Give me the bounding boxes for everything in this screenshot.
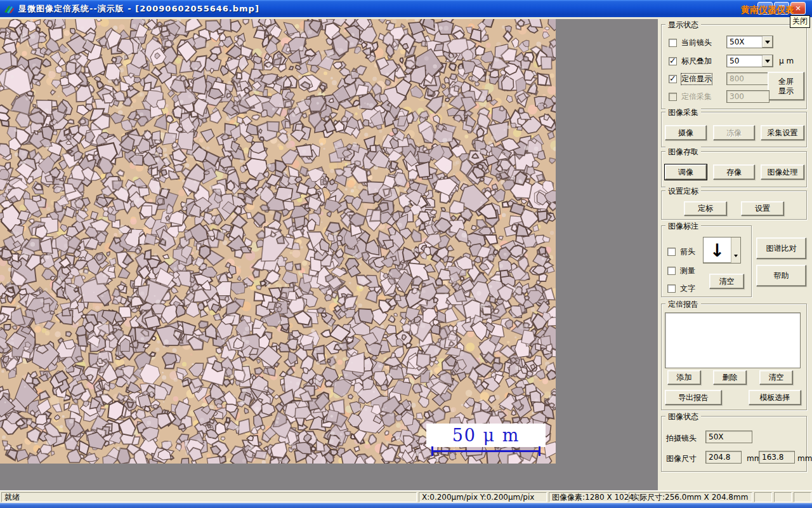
fixed-capture-label: 定倍采集 [681,91,712,102]
fixed-display-field: 800 [726,72,769,85]
help-button[interactable]: 帮助 [756,265,806,286]
minimize-button[interactable]: _ [757,2,773,15]
image-height-field: 163.8 [759,451,795,464]
dropdown-arrow-icon[interactable] [731,237,740,263]
current-lens-value: 50X [727,37,762,46]
checkbox-box [669,93,677,101]
report-clear-button[interactable]: 清空 [759,370,793,385]
fullscreen-line1: 全屏 [778,77,794,86]
scale-overlay-value: 50 [727,57,762,65]
checkbox-box[interactable] [667,267,676,275]
dropdown-arrow-icon[interactable] [762,55,773,67]
current-lens-checkbox[interactable]: 当前镜头 [669,37,712,48]
text-checkbox[interactable]: 文字 [667,283,695,294]
status-actual-size: 实际尺寸:256.0mm X 204.8mm [629,492,752,502]
scale-bar-line [431,450,540,452]
text-label: 文字 [680,283,695,294]
restore-button[interactable]: ❐ [774,2,789,15]
scale-bar-tick-right [539,446,540,456]
app-window: 显微图像定倍系统--演示版 - [20090602055646.bmp] _ ❐… [0,0,812,508]
checkbox-box[interactable]: ✓ [669,75,677,83]
taskbar-edge[interactable] [0,503,812,508]
status-empty-1 [754,492,772,502]
group-storage-title: 图像存取 [665,147,701,157]
scale-bar-label: 50 μ m [426,424,546,447]
height-unit-label: mm [797,454,812,463]
control-panel: 显示状态 当前镜头 50X ✓ 标尺叠加 50 μ m ✓ 定倍显示 800 全… [658,17,812,490]
image-process-button[interactable]: 图像处理 [761,164,804,180]
status-empty-2 [774,492,792,502]
template-select-button[interactable]: 模板选择 [749,390,801,405]
status-pixels: 图像像素:1280 X 1024 [549,492,627,502]
fixed-capture-checkbox: 定倍采集 [669,91,712,102]
group-annotation-title: 图像标注 [665,221,701,232]
scale-bar-tick-left [431,446,433,456]
image-size-label: 图像尺寸 [666,453,697,464]
micrograph-image [0,19,556,464]
calibrate-button[interactable]: 定标 [684,201,727,216]
close-button[interactable]: ✕ [790,2,806,15]
close-tooltip: 关闭 [790,15,810,28]
freeze-button: 冻像 [713,125,755,140]
measure-label: 测量 [680,265,695,276]
load-image-button[interactable]: 调像 [665,164,707,180]
status-resolution: X:0.200μm/pix Y:0.200μm/pix [419,492,547,502]
title-bar: 显微图像定倍系统--演示版 - [20090602055646.bmp] _ ❐… [0,0,812,17]
report-listbox[interactable] [665,312,801,368]
checkbox-box[interactable] [667,248,676,256]
group-image-status-title: 图像状态 [665,411,701,422]
calibration-setup-button[interactable]: 设置 [741,201,784,216]
atlas-compare-button[interactable]: 图谱比对 [756,237,806,259]
arrow-label: 箭头 [680,246,695,257]
marker-style-dropdown[interactable]: ↓ [703,237,741,264]
capture-settings-button[interactable]: 采集设置 [761,125,804,140]
window-title: 显微图像定倍系统--演示版 - [20090602055646.bmp] [18,3,259,15]
group-report-title: 定倍报告 [665,299,701,310]
group-calibration: 设置定标 [661,190,807,220]
workspace: 50 μ m [0,17,658,490]
scale-overlay-dropdown[interactable]: 50 [726,55,773,67]
checkbox-box[interactable] [669,39,677,47]
fixed-capture-field: 300 [726,90,769,103]
group-calibration-title: 设置定标 [665,186,701,197]
current-lens-label: 当前镜头 [681,37,712,48]
fixed-display-label: 定倍显示 [681,74,712,84]
checkbox-box[interactable] [667,284,676,293]
scale-overlay-checkbox[interactable]: ✓ 标尺叠加 [669,56,712,67]
fixed-display-checkbox[interactable]: ✓ 定倍显示 [669,74,712,84]
group-capture-title: 图像采集 [665,107,701,118]
lens-label: 拍摄镜头 [666,433,697,444]
lens-value-field: 50X [705,431,752,443]
down-arrow-marker-icon: ↓ [704,237,731,263]
save-image-button[interactable]: 存像 [713,164,755,180]
clear-annotation-button[interactable]: 清空 [709,274,744,289]
scale-unit-label: μ m [779,57,794,65]
report-delete-button[interactable]: 删除 [713,370,747,385]
status-ready: 就绪 [1,492,417,502]
current-lens-dropdown[interactable]: 50X [726,36,773,48]
shoot-button[interactable]: 摄像 [665,125,707,140]
fullscreen-button[interactable]: 全屏 显示 [768,72,804,100]
status-empty-3 [794,492,811,502]
checkbox-box[interactable]: ✓ [669,57,677,65]
arrow-checkbox[interactable]: 箭头 [667,246,695,257]
export-report-button[interactable]: 导出报告 [665,390,722,405]
fullscreen-line2: 显示 [778,86,794,96]
image-width-field: 204.8 [705,451,742,464]
report-add-button[interactable]: 添加 [667,370,701,385]
scale-overlay-label: 标尺叠加 [681,56,712,67]
measure-checkbox[interactable]: 测量 [667,265,695,276]
status-bar: 就绪 X:0.200μm/pix Y:0.200μm/pix 图像像素:1280… [0,490,812,503]
group-display-status-title: 显示状态 [665,20,701,30]
dropdown-arrow-icon[interactable] [762,36,773,48]
app-icon [3,4,15,14]
